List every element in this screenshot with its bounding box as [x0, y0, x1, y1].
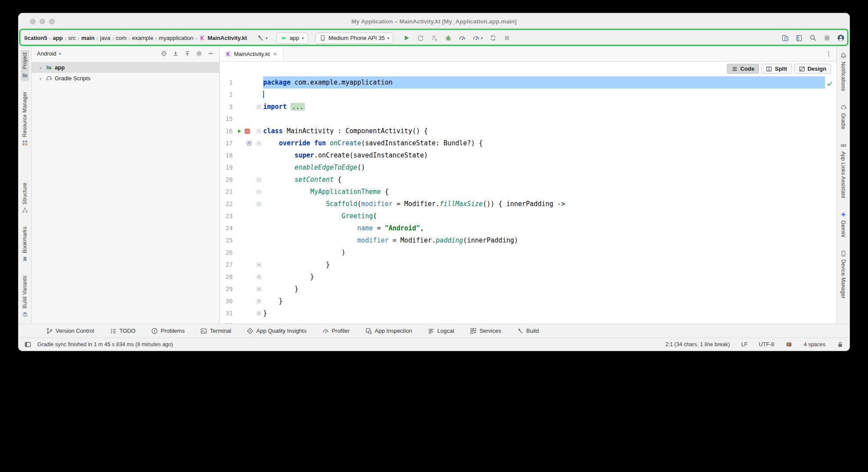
- gear-icon[interactable]: [196, 50, 202, 57]
- fold-marker[interactable]: [256, 177, 262, 183]
- tool-button-problems[interactable]: Problems: [151, 328, 185, 334]
- chevron-right-icon[interactable]: ›: [38, 64, 43, 71]
- code-text[interactable]: }: [263, 259, 825, 271]
- view-mode-code[interactable]: Code: [727, 64, 759, 74]
- breadcrumb-item-java[interactable]: java: [99, 35, 111, 41]
- collapse-all-icon[interactable]: [184, 50, 191, 57]
- code-text[interactable]: setContent {: [263, 174, 825, 186]
- breadcrumb-item-mainactivity-kt[interactable]: MainActivity.kt: [198, 35, 248, 41]
- stripe-tab-resource-manager[interactable]: Resource Manager: [21, 89, 29, 149]
- breadcrumb-item-myapplication[interactable]: myapplication: [158, 35, 195, 41]
- indent-setting[interactable]: 4 spaces: [804, 341, 825, 347]
- stripe-tab-gemini[interactable]: Gemini: [839, 209, 848, 240]
- apply-changes-button[interactable]: [417, 34, 424, 42]
- breadcrumb-item-main[interactable]: main: [80, 35, 95, 41]
- code-text[interactable]: Scaffold(modifier = Modifier.fillMaxSize…: [263, 198, 825, 210]
- hide-panel-icon[interactable]: [208, 50, 214, 57]
- tool-button-todo[interactable]: TODO: [110, 328, 135, 334]
- tab-options-button[interactable]: [821, 46, 836, 61]
- line-number[interactable]: 18: [220, 152, 233, 159]
- zoom-window-button[interactable]: [49, 19, 55, 24]
- apply-code-changes-button[interactable]: [431, 34, 438, 42]
- code-text[interactable]: override fun onCreate(savedInstanceState…: [263, 137, 825, 149]
- stop-button[interactable]: [503, 34, 511, 42]
- tool-button-profiler[interactable]: Profiler: [322, 328, 350, 334]
- tool-button-logcat[interactable]: Logcat: [428, 328, 454, 334]
- code-text[interactable]: class MainActivity : ComponentActivity()…: [263, 125, 825, 137]
- stripe-tab-notifications[interactable]: Notifications: [839, 50, 848, 94]
- line-number[interactable]: 22: [220, 200, 233, 207]
- line-number[interactable]: 15: [220, 115, 233, 122]
- line-number[interactable]: 23: [220, 213, 233, 220]
- close-tab-icon[interactable]: [272, 51, 278, 57]
- line-number[interactable]: 16: [220, 128, 233, 134]
- caret-position[interactable]: 2:1 (34 chars, 1 line break): [665, 341, 730, 347]
- view-mode-split[interactable]: Split: [761, 64, 792, 74]
- stripe-tab-project[interactable]: Project: [21, 50, 29, 81]
- select-opened-file-icon[interactable]: [161, 50, 167, 57]
- fold-marker[interactable]: [256, 262, 262, 268]
- line-number[interactable]: 30: [220, 298, 233, 305]
- line-number[interactable]: 25: [220, 237, 233, 244]
- sync-project-button[interactable]: [489, 34, 497, 42]
- stripe-tab-app-links-assistant[interactable]: App Links Assistant: [839, 140, 848, 201]
- project-view-selector[interactable]: Android ▾: [37, 50, 61, 57]
- inspections-status-icon[interactable]: [826, 80, 833, 87]
- profile-avatar[interactable]: [837, 34, 845, 42]
- line-number[interactable]: 19: [220, 164, 233, 171]
- code-text[interactable]: enableEdgeToEdge(): [263, 161, 825, 174]
- code-text[interactable]: [263, 88, 825, 101]
- code-text[interactable]: modifier = Modifier.padding(innerPadding…: [263, 234, 825, 246]
- lock-icon[interactable]: [837, 341, 844, 348]
- build-menu-button[interactable]: ▾: [255, 34, 270, 42]
- fold-marker[interactable]: [256, 141, 262, 146]
- line-number[interactable]: 1: [220, 79, 233, 86]
- line-number[interactable]: 24: [220, 225, 233, 232]
- override-method-icon[interactable]: [246, 140, 252, 147]
- stripe-tab-bookmarks[interactable]: Bookmarks: [21, 224, 29, 265]
- breadcrumb-item-app[interactable]: app: [52, 35, 63, 41]
- fold-marker[interactable]: [256, 286, 262, 292]
- code-text[interactable]: }: [263, 283, 825, 295]
- fold-marker[interactable]: [256, 189, 262, 195]
- fold-marker[interactable]: [256, 128, 262, 134]
- close-window-button[interactable]: [30, 19, 36, 24]
- line-number[interactable]: 20: [220, 176, 233, 183]
- code-text[interactable]: }: [263, 271, 825, 283]
- tool-button-version-control[interactable]: Version Control: [46, 328, 94, 334]
- run-button[interactable]: [403, 34, 410, 42]
- breadcrumb-item-example[interactable]: example: [131, 35, 154, 41]
- file-encoding[interactable]: UTF-8: [759, 341, 774, 347]
- tool-button-terminal[interactable]: Terminal: [200, 328, 231, 334]
- stripe-tab-device-manager[interactable]: Device Manager: [839, 248, 848, 301]
- chevron-right-icon[interactable]: ›: [38, 75, 43, 82]
- code-text[interactable]: ): [263, 246, 825, 259]
- profiler-options-button[interactable]: ▾: [472, 34, 483, 42]
- run-configuration-select[interactable]: app ▾: [276, 33, 308, 44]
- titlebar[interactable]: My Application – MainActivity.kt [My_App…: [18, 13, 850, 30]
- line-number[interactable]: 26: [220, 249, 233, 256]
- status-message[interactable]: Gradle sync finished in 1 m 45 s 834 ms …: [37, 341, 173, 347]
- expand-all-icon[interactable]: [172, 50, 179, 57]
- code-text[interactable]: }: [263, 295, 825, 307]
- layout-inspector-button[interactable]: [795, 34, 803, 42]
- settings-button[interactable]: [823, 34, 831, 42]
- line-number[interactable]: 27: [220, 261, 233, 268]
- stripe-tab-structure[interactable]: Structure: [21, 180, 29, 216]
- status-indicator-icon[interactable]: [785, 341, 792, 348]
- line-number[interactable]: 17: [220, 140, 233, 147]
- breadcrumb-item-src[interactable]: src: [67, 35, 76, 41]
- line-number[interactable]: 2: [220, 91, 233, 98]
- line-number[interactable]: 31: [220, 310, 233, 317]
- fold-marker[interactable]: [256, 274, 262, 280]
- editor-tab[interactable]: MainActivity.kt: [220, 46, 284, 61]
- code-text[interactable]: super.onCreate(savedInstanceState): [263, 149, 825, 161]
- tool-button-app-inspection[interactable]: App Inspection: [365, 328, 412, 334]
- code-text[interactable]: import ...: [263, 101, 825, 113]
- view-mode-design[interactable]: Design: [794, 64, 831, 74]
- code-text[interactable]: Greeting(: [263, 210, 825, 222]
- tool-button-build[interactable]: Build: [517, 328, 539, 334]
- breadcrumb-item-com[interactable]: com: [115, 35, 128, 41]
- line-number[interactable]: 28: [220, 273, 233, 280]
- stripe-tab-build-variants[interactable]: Build Variants: [21, 273, 29, 320]
